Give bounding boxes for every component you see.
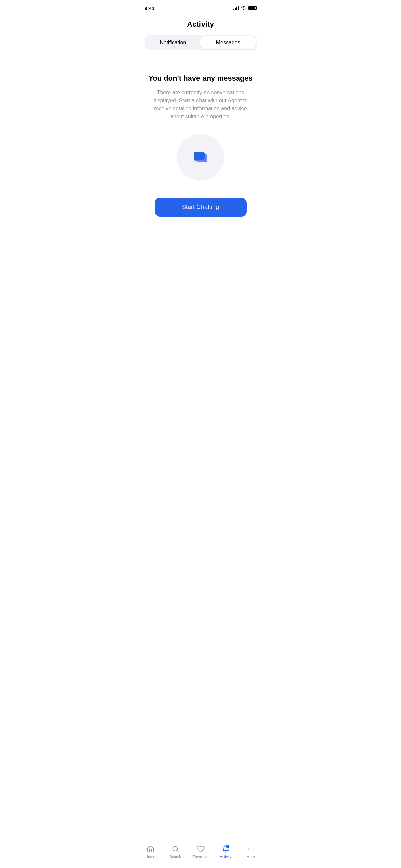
empty-state: You don't have any messages There are cu… xyxy=(138,60,263,227)
chat-icon-container xyxy=(177,134,224,181)
start-chatting-button[interactable]: Start Chatting xyxy=(155,197,247,217)
tab-messages[interactable]: Messages xyxy=(201,36,256,49)
wifi-icon xyxy=(241,6,246,10)
status-time: 9:41 xyxy=(145,5,155,11)
tab-notification[interactable]: Notification xyxy=(146,36,201,49)
page-header: Activity xyxy=(138,15,263,35)
status-bar: 9:41 xyxy=(138,0,263,15)
page-title: Activity xyxy=(145,20,257,29)
signal-icon xyxy=(233,6,239,10)
status-icons xyxy=(233,6,257,10)
main-content: Activity Notification Messages You don't… xyxy=(138,15,263,257)
empty-state-description: There are currently no conversations dis… xyxy=(148,89,253,121)
battery-icon xyxy=(248,6,257,10)
svg-rect-1 xyxy=(194,152,205,160)
empty-state-title: You don't have any messages xyxy=(148,73,253,83)
chat-bubbles-icon xyxy=(190,147,211,167)
tab-switcher: Notification Messages xyxy=(145,35,257,50)
